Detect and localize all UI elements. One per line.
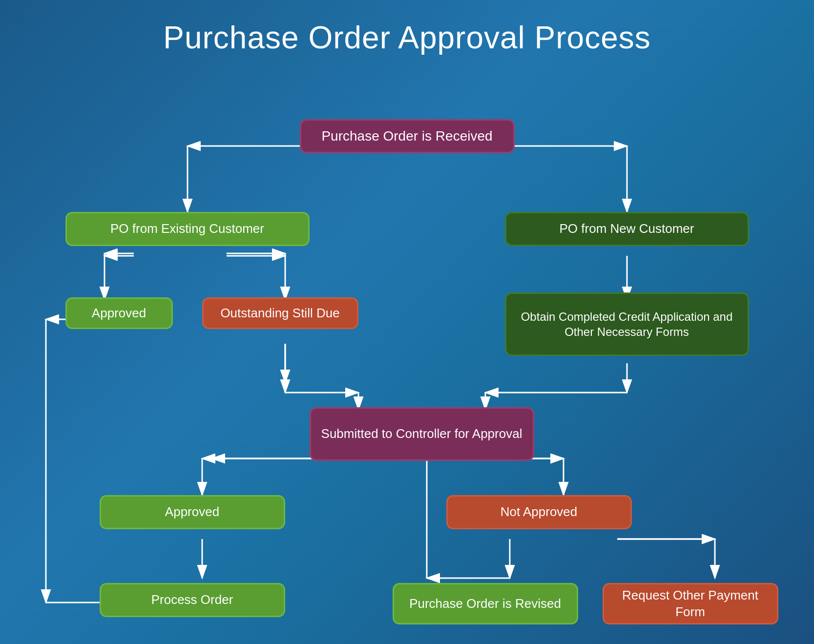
po-revised-node: Purchase Order is Revised [393, 583, 578, 624]
po-received-node: Purchase Order is Received [300, 119, 515, 153]
outstanding-node: Outstanding Still Due [202, 297, 358, 329]
page-title: Purchase Order Approval Process [0, 0, 814, 70]
not-approved-node: Not Approved [446, 495, 632, 529]
approved-first-node: Approved [65, 297, 173, 329]
approved-second-node: Approved [100, 495, 285, 529]
po-new-node: PO from New Customer [505, 212, 749, 246]
obtain-credit-node: Obtain Completed Credit Application and … [505, 292, 749, 356]
po-existing-node: PO from Existing Customer [65, 212, 310, 246]
process-order-node: Process Order [100, 583, 285, 617]
other-payment-node: Request Other Payment Form [603, 583, 778, 624]
submitted-node: Submitted to Controller for Approval [310, 407, 534, 461]
